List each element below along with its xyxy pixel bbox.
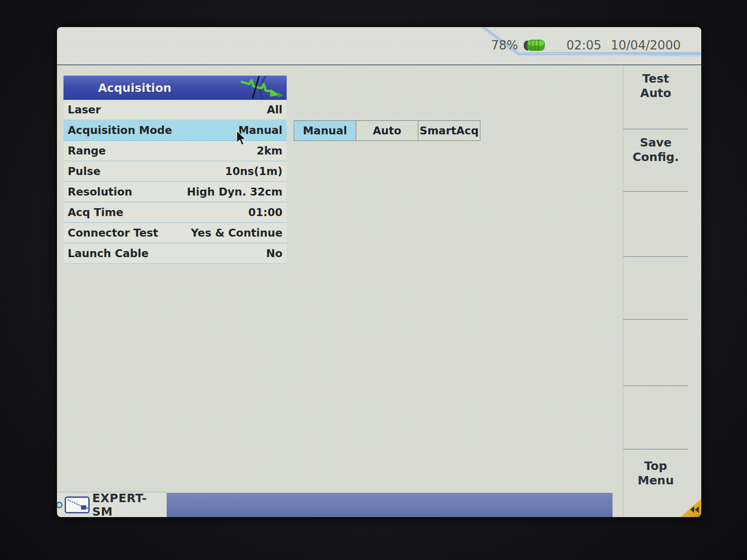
setting-row-pulse[interactable]: Pulse 10ns(1m) — [63, 161, 287, 182]
softkey-sidebar: Test Auto Save Config. — [623, 65, 688, 517]
bottom-blue-bar — [167, 493, 613, 517]
tab-label: EXPERT-SM — [92, 491, 167, 518]
mode-option-label: SmartAcq — [420, 125, 479, 137]
back-corner-button[interactable] — [681, 497, 701, 517]
setting-label: Acq Time — [68, 206, 123, 218]
setting-value: 10ns(1m) — [225, 165, 282, 177]
setting-label: Resolution — [68, 186, 132, 198]
softkey-label-line: Config. — [623, 150, 688, 164]
mode-option-auto[interactable]: Auto — [356, 120, 418, 141]
softkey-label-line: Save — [623, 135, 688, 150]
setting-label: Laser — [68, 104, 101, 116]
setting-label: Pulse — [68, 165, 100, 177]
acquisition-settings-panel: Acquisition Laser All Acquisition Mode M… — [63, 76, 287, 264]
setting-value: No — [266, 247, 282, 259]
battery-percent: 78% — [491, 38, 518, 52]
status-bar: 78% 02:05 10/04/2000 — [57, 27, 701, 65]
clock-date: 10/04/2000 — [611, 38, 681, 52]
softkey-empty-2 — [623, 257, 688, 320]
softkey-empty-1 — [623, 192, 688, 257]
setting-value: Yes & Continue — [191, 227, 282, 239]
setting-row-range[interactable]: Range 2km — [63, 141, 287, 161]
clock-time: 02:05 — [566, 38, 601, 52]
setting-row-laser[interactable]: Laser All — [63, 100, 287, 120]
panel-header: Acquisition — [63, 76, 287, 100]
setting-row-acq-time[interactable]: Acq Time 01:00 — [63, 203, 287, 223]
setting-value: 2km — [257, 145, 282, 157]
mode-option-label: Auto — [373, 125, 402, 137]
setting-label: Connector Test — [68, 227, 158, 239]
setting-row-connector-test[interactable]: Connector Test Yes & Continue — [63, 223, 287, 244]
bottom-bar: EXPERT-SM — [57, 482, 701, 517]
softkey-save-config[interactable]: Save Config. — [623, 129, 688, 192]
setting-row-acquisition-mode[interactable]: Acquisition Mode Manual — [63, 120, 287, 141]
setting-value: High Dyn. 32cm — [187, 186, 282, 198]
status-dot-icon — [57, 502, 63, 508]
softkey-empty-3 — [623, 320, 688, 386]
mode-option-smartacq[interactable]: SmartAcq — [418, 120, 480, 141]
tab-expert-sm[interactable]: EXPERT-SM — [57, 492, 167, 517]
setting-label: Acquisition Mode — [68, 124, 172, 136]
panel-title: Acquisition — [98, 81, 171, 95]
setting-row-resolution[interactable]: Resolution High Dyn. 32cm — [63, 182, 287, 203]
setting-value: 01:00 — [248, 206, 282, 218]
battery-charge-icon — [523, 38, 546, 52]
fast-rewind-icon — [690, 506, 700, 513]
softkey-empty-4 — [623, 386, 688, 449]
setting-value: All — [267, 104, 282, 116]
softkey-label-line: Top — [623, 459, 688, 473]
otdr-trace-icon — [237, 76, 286, 99]
setting-row-launch-cable[interactable]: Launch Cable No — [63, 244, 287, 264]
device-bezel: 78% 02:05 10/04/2000 Acquisition — [0, 0, 747, 560]
mouse-cursor — [236, 131, 248, 146]
trace-thumbnail-icon — [64, 496, 90, 514]
softkey-test-auto[interactable]: Test Auto — [623, 65, 688, 129]
mode-option-label: Manual — [303, 125, 347, 137]
setting-label: Range — [68, 145, 106, 157]
softkey-label-line: Auto — [623, 86, 688, 100]
setting-label: Launch Cable — [68, 247, 148, 259]
mode-option-manual[interactable]: Manual — [294, 120, 356, 141]
device-screen: 78% 02:05 10/04/2000 Acquisition — [57, 27, 701, 517]
softkey-label-line: Test — [623, 71, 688, 86]
acquisition-mode-options: Manual Auto SmartAcq — [294, 120, 480, 141]
